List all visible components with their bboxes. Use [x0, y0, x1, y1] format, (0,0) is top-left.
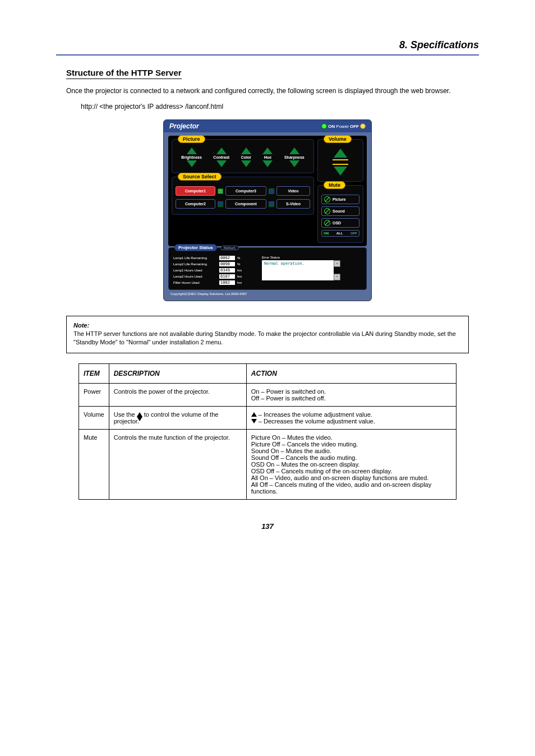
color-stepper[interactable]: Color — [241, 147, 251, 167]
up-arrow-icon[interactable] — [241, 147, 251, 154]
col-description: DESCRIPTION — [109, 363, 246, 383]
down-arrow-icon[interactable] — [262, 160, 273, 167]
col-action: ACTION — [246, 363, 456, 383]
status-panel-title: Projector Status — [174, 244, 217, 251]
down-arrow-icon[interactable] — [241, 160, 251, 167]
table-header-row: ITEM DESCRIPTION ACTION — [79, 363, 456, 383]
action-cell: – Increases the volume adjustment value.… — [246, 406, 456, 429]
status-dot-icon — [269, 201, 274, 207]
brightness-stepper[interactable]: Brightness — [181, 147, 202, 167]
picture-panel-title: Picture — [178, 135, 205, 143]
down-arrow-icon[interactable] — [289, 160, 299, 167]
chapter-header: 8. Specifications — [56, 39, 479, 56]
mute-picture-button[interactable]: Picture — [321, 195, 359, 204]
mute-toggle-icon — [324, 208, 330, 214]
section-title: Structure of the HTTP Server — [66, 68, 182, 79]
picture-panel: Picture Brightness Contrast Color Hue Sh… — [172, 139, 314, 173]
down-triangle-icon — [251, 419, 257, 423]
up-triangle-icon — [137, 412, 142, 417]
down-arrow-icon[interactable] — [187, 160, 197, 167]
page-number: 137 — [56, 522, 479, 531]
volume-panel-title: Volume — [324, 135, 352, 143]
scroll-up-icon[interactable]: ▴ — [334, 260, 340, 267]
source-computer1-button[interactable]: Computer1 — [176, 186, 215, 196]
volume-desc-cell: Use the to control the volume of the pro… — [109, 406, 246, 429]
table-row: Mute Controls the mute function of the p… — [79, 429, 456, 499]
error-status-box: Normal operation. ▴ ▾ — [262, 260, 334, 280]
status-dot-icon — [218, 201, 223, 207]
up-arrow-icon[interactable] — [187, 147, 197, 154]
volume-down-icon[interactable] — [334, 167, 347, 176]
power-on-label[interactable]: ON — [328, 124, 335, 129]
mute-osd-button[interactable]: OSD — [321, 218, 359, 228]
volume-up-icon[interactable] — [334, 149, 347, 158]
sharpness-stepper[interactable]: Sharpness — [284, 147, 305, 167]
status-values: Lamp1 Life Remaining0082% Lamp2 Life Rem… — [173, 256, 245, 285]
mute-panel-title: Mute — [324, 181, 345, 189]
projector-web-screenshot: Projector ON Power OFF Picture Brightnes… — [163, 119, 372, 301]
screenshot-titlebar: Projector ON Power OFF — [164, 120, 371, 132]
power-off-label[interactable]: OFF — [350, 124, 359, 129]
col-item: ITEM — [79, 363, 109, 383]
volume-panel: Volume — [317, 139, 363, 182]
action-cell: Picture On – Mutes the video. Picture Of… — [246, 429, 456, 499]
chapter-title: 8. Specifications — [56, 39, 479, 51]
volume-lines-icon — [333, 159, 348, 165]
mute-all-toggle[interactable]: ON ALL OFF — [321, 230, 359, 237]
source-panel-title: Source Select — [178, 173, 222, 181]
controls-table: ITEM DESCRIPTION ACTION Power Controls t… — [79, 363, 456, 500]
action-cell: On – Power is switched on. Off – Power i… — [246, 383, 456, 406]
status-row: Lamp2 Life Remaining0090% — [173, 262, 245, 266]
note-body: The HTTP server functions are not availa… — [73, 330, 456, 345]
source-video-button[interactable]: Video — [276, 186, 310, 196]
volume-stepper[interactable] — [321, 149, 359, 176]
intro-text-2: http:// <the projector's IP address> /la… — [81, 102, 479, 112]
screenshot-title: Projector — [169, 122, 199, 130]
status-dot-icon — [218, 188, 223, 194]
status-row: Filter Hours Used1002hrs — [173, 280, 245, 285]
source-component-button[interactable]: Component — [225, 199, 266, 209]
status-row: Lamp1 Hours Used0349hrs — [173, 268, 245, 273]
source-svideo-button[interactable]: S-Video — [276, 199, 310, 209]
note-box: Note: The HTTP server functions are not … — [66, 316, 469, 353]
mute-panel: Mute Picture Sound OSD ON ALL OFF — [317, 185, 363, 243]
refresh-button[interactable]: Refresh — [220, 246, 239, 250]
up-arrow-icon[interactable] — [216, 147, 227, 154]
table-row: Volume Use the to control the volume of … — [79, 406, 456, 429]
power-off-indicator — [360, 123, 366, 129]
power-on-indicator — [321, 123, 327, 129]
up-arrow-icon[interactable] — [262, 147, 273, 154]
note-label: Note: — [73, 322, 462, 329]
scroll-down-icon[interactable]: ▾ — [334, 274, 340, 280]
mute-sound-button[interactable]: Sound — [321, 206, 359, 216]
hue-stepper[interactable]: Hue — [262, 147, 273, 167]
intro-text-1: Once the projector is connected to a net… — [66, 86, 479, 96]
copyright-line: Copyright(C)NEC Display Solutions, Ltd.2… — [170, 292, 365, 296]
power-label: Power — [336, 124, 349, 129]
mute-toggle-icon — [324, 196, 330, 202]
source-select-panel: Source Select Computer1 Computer3 Video … — [172, 177, 314, 215]
down-arrow-icon[interactable] — [216, 160, 227, 167]
table-row: Power Controls the power of the projecto… — [79, 383, 456, 406]
up-triangle-icon — [251, 412, 257, 417]
contrast-stepper[interactable]: Contrast — [213, 147, 229, 167]
error-status-label: Error Status — [262, 256, 362, 259]
projector-status-panel: Projector Status Refresh Lamp1 Life Rema… — [168, 247, 367, 290]
down-triangle-icon — [137, 417, 142, 421]
status-row: Lamp1 Life Remaining0082% — [173, 256, 245, 260]
source-computer2-button[interactable]: Computer2 — [176, 199, 215, 209]
status-row: Lamp2 Hours Used0187hrs — [173, 274, 245, 279]
up-arrow-icon[interactable] — [289, 147, 299, 154]
source-computer3-button[interactable]: Computer3 — [225, 186, 266, 196]
status-dot-icon — [269, 188, 274, 194]
mute-toggle-icon — [324, 220, 330, 226]
